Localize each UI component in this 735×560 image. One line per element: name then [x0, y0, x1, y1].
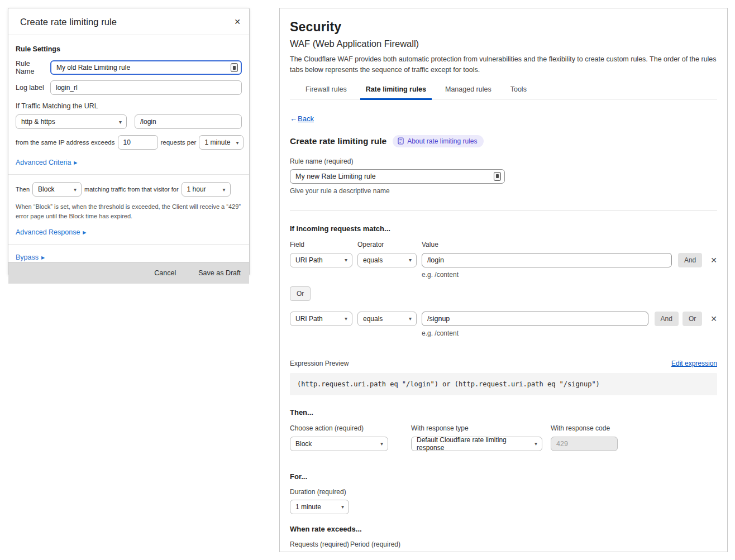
period-label: Period (required) [350, 540, 400, 548]
close-icon[interactable]: ✕ [233, 17, 242, 27]
triangle-right-icon: ▶ [74, 160, 77, 165]
dialog-header: Create rate limiting rule ✕ [8, 8, 249, 35]
response-type-value: Default Cloudflare rate limiting respons… [417, 436, 531, 452]
dialog-body: Rule Settings Rule Name Log label If Tra… [8, 35, 249, 262]
choose-action-value: Block [295, 440, 312, 448]
or-button[interactable]: Or [682, 312, 702, 326]
create-rate-limiting-rule-dialog: Create rate limiting rule ✕ Rule Setting… [8, 8, 250, 275]
chevron-down-icon: ▾ [409, 315, 412, 322]
threshold-input[interactable] [118, 135, 158, 150]
chevron-down-icon: ▾ [345, 315, 347, 322]
then-heading: Then... [290, 408, 717, 417]
page-description: The Cloudflare WAF provides both automat… [290, 54, 718, 76]
and-button[interactable]: And [655, 312, 679, 326]
about-rate-limiting-badge[interactable]: About rate limiting rules [393, 135, 483, 147]
threshold-middle-label: requests per [161, 139, 197, 146]
tab-tools[interactable]: Tools [505, 85, 532, 99]
operator-select-value: equals [363, 315, 383, 323]
tab-firewall-rules[interactable]: Firewall rules [300, 85, 352, 99]
document-icon [398, 137, 404, 145]
remove-condition-icon[interactable]: ✕ [710, 314, 717, 323]
page-title: Security [290, 20, 717, 35]
operator-select-value: equals [363, 256, 383, 264]
tab-rate-limiting-rules[interactable]: Rate limiting rules [360, 85, 432, 99]
save-as-draft-button[interactable]: Save as Draft [198, 269, 241, 277]
rule-name-label: Rule Name [16, 60, 50, 75]
autofill-icon[interactable] [231, 63, 238, 72]
or-connector-button[interactable]: Or [290, 286, 311, 301]
url-input[interactable] [135, 114, 242, 129]
field-select[interactable]: URI Path ▾ [290, 253, 352, 267]
action-select-value: Block [38, 185, 54, 193]
value-input[interactable] [422, 312, 648, 326]
duration-value: 1 minute [295, 503, 321, 511]
advanced-criteria-link[interactable]: Advanced Criteria ▶ [16, 159, 78, 166]
block-duration-value: 1 hour [187, 185, 206, 193]
operator-select[interactable]: equals ▾ [357, 253, 417, 267]
form-title: Create rate limiting rule [290, 136, 386, 146]
condition-row: URI Path ▾ equals ▾ And ✕ [290, 253, 717, 267]
scheme-select[interactable]: http & https ▾ [16, 114, 127, 129]
cancel-button[interactable]: Cancel [154, 269, 176, 277]
chevron-down-icon: ▾ [119, 119, 122, 125]
threshold-prefix-label: from the same IP address exceeds [16, 139, 115, 146]
action-select[interactable]: Block ▾ [32, 182, 82, 197]
field-column-label: Field [290, 241, 357, 248]
operator-column-label: Operator [357, 241, 422, 248]
expression-preview-label: Expression Preview [290, 360, 349, 367]
value-column-label: Value [422, 241, 438, 248]
triangle-right-icon: ▶ [83, 230, 86, 235]
value-hint: e.g. /content [422, 271, 717, 279]
divider [8, 174, 249, 175]
then-label: Then [16, 186, 30, 193]
chevron-down-icon: ▾ [409, 257, 412, 263]
rate-heading: When rate exceeds... [290, 525, 717, 533]
rule-name-input[interactable] [290, 169, 505, 184]
and-button[interactable]: And [678, 253, 702, 267]
log-label-input[interactable] [50, 80, 242, 95]
value-hint: e.g. /content [422, 329, 717, 337]
divider [8, 244, 249, 245]
choose-action-select[interactable]: Block ▾ [290, 437, 388, 451]
chevron-down-icon: ▾ [345, 257, 347, 263]
traffic-match-label: If Traffic Matching the URL [16, 102, 242, 110]
waf-tabs: Firewall rules Rate limiting rules Manag… [290, 85, 717, 99]
log-label-label: Log label [16, 84, 50, 92]
value-input[interactable] [422, 253, 672, 267]
block-duration-select[interactable]: 1 hour ▾ [182, 182, 231, 197]
chevron-down-icon: ▾ [534, 441, 537, 447]
field-select[interactable]: URI Path ▾ [290, 312, 352, 326]
back-link[interactable]: ← Back [290, 114, 314, 123]
field-select-value: URI Path [295, 256, 323, 264]
condition-row: URI Path ▾ equals ▾ And Or ✕ [290, 312, 717, 326]
match-heading: If incoming requests match... [290, 224, 717, 233]
requests-label: Requests (required) [290, 540, 350, 548]
bypass-link[interactable]: Bypass ▶ [16, 253, 45, 261]
tab-managed-rules[interactable]: Managed rules [440, 85, 497, 99]
block-note: When “Block” is set, when the threshold … [16, 202, 242, 221]
choose-action-label: Choose action (required) [290, 424, 411, 432]
field-select-value: URI Path [295, 315, 323, 323]
advanced-response-link[interactable]: Advanced Response ▶ [16, 228, 87, 236]
threshold-period-select[interactable]: 1 minute ▾ [199, 135, 244, 150]
autofill-icon[interactable] [494, 172, 501, 181]
operator-select[interactable]: equals ▾ [357, 312, 417, 326]
response-code-label: With response code [551, 424, 610, 432]
edit-expression-link[interactable]: Edit expression [671, 360, 717, 367]
then-middle-label: matching traffic from that visitor for [84, 186, 179, 193]
rule-settings-heading: Rule Settings [16, 45, 242, 53]
dialog-title: Create rate limiting rule [20, 17, 117, 27]
chevron-down-icon: ▾ [74, 186, 77, 193]
dialog-footer: Cancel Save as Draft [8, 262, 249, 284]
duration-select[interactable]: 1 minute ▾ [290, 500, 349, 514]
chevron-down-icon: ▾ [236, 140, 238, 146]
duration-label: Duration (required) [290, 488, 717, 496]
remove-condition-icon[interactable]: ✕ [710, 256, 717, 265]
expression-preview: (http.request.uri.path eq "/login") or (… [290, 373, 717, 395]
triangle-right-icon: ▶ [41, 255, 45, 260]
response-type-label: With response type [411, 424, 551, 432]
response-type-select[interactable]: Default Cloudflare rate limiting respons… [411, 437, 542, 451]
for-heading: For... [290, 472, 717, 481]
rule-name-input[interactable] [50, 60, 242, 75]
back-arrow-icon: ← [290, 114, 297, 123]
